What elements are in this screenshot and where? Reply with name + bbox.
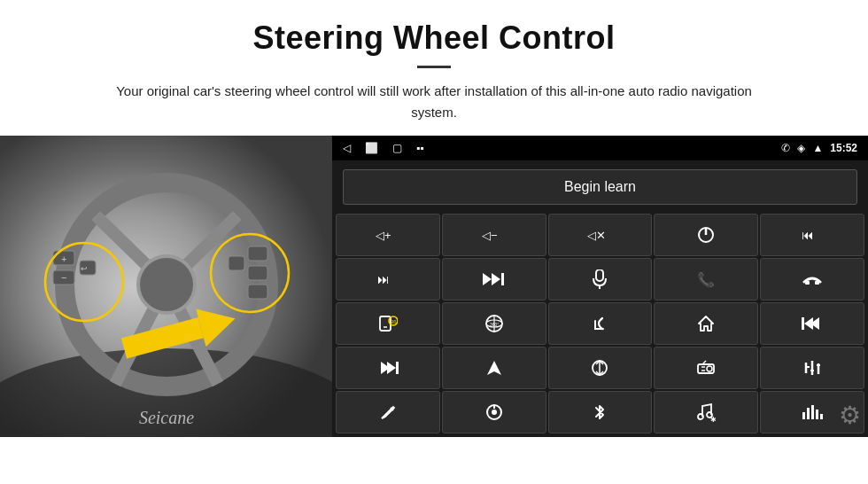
steering-wheel-svg: + − ↩ Seican xyxy=(0,136,332,437)
wifi-status-icon: ◈ xyxy=(797,142,805,155)
mic-button[interactable] xyxy=(548,258,653,301)
svg-rect-47 xyxy=(802,317,804,330)
svg-rect-14 xyxy=(248,246,267,261)
home-nav-icon[interactable]: ⬜ xyxy=(365,142,378,155)
settings-gear-button[interactable]: ⚙ xyxy=(839,401,861,430)
skip-forward-button[interactable] xyxy=(336,347,440,389)
svg-marker-53 xyxy=(487,361,501,375)
power-button[interactable] xyxy=(654,214,758,256)
music-button[interactable]: ✱ xyxy=(654,391,758,433)
svg-text:⏮: ⏮ xyxy=(802,228,814,242)
svg-marker-46 xyxy=(699,316,713,331)
svg-text:◁✕: ◁✕ xyxy=(587,229,606,242)
next-button[interactable]: ⏭ xyxy=(336,258,440,301)
svg-point-57 xyxy=(707,366,712,371)
svg-rect-17 xyxy=(229,256,244,270)
phone-status-icon: ✆ xyxy=(781,142,790,155)
svg-text:◁+: ◁+ xyxy=(376,229,391,242)
svg-rect-36 xyxy=(805,281,810,285)
signal-status-icon: ▲ xyxy=(812,142,823,155)
svg-point-70 xyxy=(492,410,497,415)
camera-360-button[interactable]: 360° xyxy=(442,302,546,345)
svg-text:360°: 360° xyxy=(490,322,499,327)
svg-rect-75 xyxy=(802,412,805,419)
vol-down-button[interactable]: ◁− xyxy=(442,214,546,256)
svg-point-7 xyxy=(138,256,195,313)
knob-button[interactable] xyxy=(442,391,546,433)
mute-button[interactable]: ◁✕ xyxy=(548,214,653,256)
page-wrapper: Steering Wheel Control Your original car… xyxy=(0,0,868,437)
svg-text:⏭: ⏭ xyxy=(377,272,390,286)
steering-image: + − ↩ Seican xyxy=(0,136,332,437)
screen-button[interactable]: 360 xyxy=(336,302,440,345)
swap-button[interactable] xyxy=(548,347,653,389)
svg-rect-76 xyxy=(807,408,810,419)
radio-button[interactable] xyxy=(654,347,758,389)
svg-rect-78 xyxy=(816,410,818,419)
svg-rect-37 xyxy=(815,281,819,285)
skip-back-button[interactable] xyxy=(760,302,864,345)
svg-rect-52 xyxy=(396,362,399,374)
status-left: ◁ ⬜ ▢ ▪▪ xyxy=(343,142,424,155)
subtitle-text: Your original car's steering wheel contr… xyxy=(97,81,771,123)
status-time: 15:52 xyxy=(830,142,857,154)
recent-nav-icon[interactable]: ▢ xyxy=(392,142,402,155)
android-ui: ◁ ⬜ ▢ ▪▪ ✆ ◈ ▲ 15:52 Begin learn xyxy=(332,136,868,437)
svg-text:−: − xyxy=(61,272,66,283)
svg-rect-32 xyxy=(501,273,504,285)
svg-text:Seicane: Seicane xyxy=(139,408,194,427)
svg-rect-33 xyxy=(596,269,603,281)
svg-text:+: + xyxy=(61,254,66,264)
svg-marker-51 xyxy=(387,362,396,374)
header-section: Steering Wheel Control Your original car… xyxy=(0,0,868,136)
svg-marker-49 xyxy=(804,317,813,330)
vol-up-button[interactable]: ◁+ xyxy=(336,214,440,256)
svg-text:360: 360 xyxy=(391,319,398,324)
steering-background: + − ↩ Seican xyxy=(0,136,332,437)
home-button[interactable] xyxy=(654,302,758,345)
svg-marker-30 xyxy=(483,273,492,285)
hang-up-button[interactable] xyxy=(760,258,864,301)
controls-grid: ◁+ ◁− ◁✕ ⏮ xyxy=(332,212,868,437)
svg-text:📞: 📞 xyxy=(697,271,715,288)
title-divider xyxy=(417,66,451,68)
prev-track-button[interactable]: ⏮ xyxy=(760,214,864,256)
call-button[interactable]: 📞 xyxy=(654,258,758,301)
edit-button[interactable] xyxy=(336,391,440,433)
svg-rect-77 xyxy=(811,405,814,419)
equalizer-button[interactable] xyxy=(760,347,864,389)
page-title: Steering Wheel Control xyxy=(53,20,815,57)
status-right: ✆ ◈ ▲ 15:52 xyxy=(781,142,857,155)
begin-learn-button[interactable]: Begin learn xyxy=(343,169,857,205)
svg-text:✱: ✱ xyxy=(710,416,717,422)
svg-marker-31 xyxy=(492,273,500,285)
media-status-icon: ▪▪ xyxy=(416,142,424,155)
content-row: + − ↩ Seican xyxy=(0,136,868,437)
nav-button[interactable] xyxy=(442,347,546,389)
status-bar: ◁ ⬜ ▢ ▪▪ ✆ ◈ ▲ 15:52 xyxy=(332,136,868,160)
back-button[interactable] xyxy=(548,302,653,345)
svg-rect-16 xyxy=(248,285,267,299)
svg-text:◁−: ◁− xyxy=(482,229,498,242)
begin-learn-row: Begin learn xyxy=(332,160,868,212)
bluetooth-button[interactable] xyxy=(548,391,653,433)
svg-rect-79 xyxy=(820,414,823,419)
svg-rect-15 xyxy=(248,266,267,280)
svg-text:↩: ↩ xyxy=(81,264,88,273)
back-nav-icon[interactable]: ◁ xyxy=(343,142,351,155)
fast-forward-button[interactable] xyxy=(442,258,546,301)
